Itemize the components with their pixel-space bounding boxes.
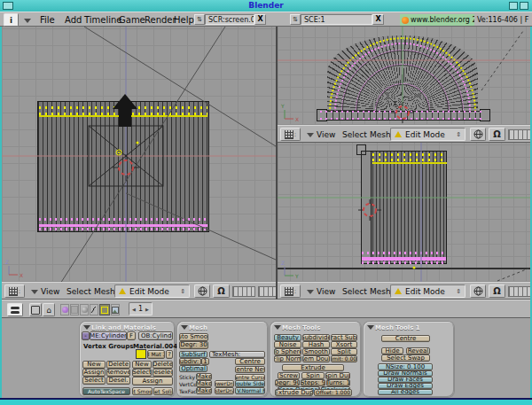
- home-button[interactable]: ⌂: [43, 303, 55, 316]
- set-solid-button[interactable]: Set Solid: [153, 387, 173, 395]
- shading-context-button[interactable]: [80, 304, 89, 315]
- fake-user-button[interactable]: F: [127, 331, 136, 340]
- menu-game[interactable]: Game: [119, 15, 145, 25]
- vgroup-deselect-button[interactable]: Desel.: [106, 377, 130, 385]
- flip-normals-button[interactable]: Flip Norm: [274, 355, 301, 362]
- rotation-pivot-button[interactable]: Ω: [489, 284, 505, 298]
- layer-buttons-group1[interactable]: [508, 286, 530, 297]
- hide-button[interactable]: Hide: [381, 347, 403, 354]
- mesh-menu[interactable]: Mesh: [370, 287, 391, 296]
- texface-make-button[interactable]: Make: [196, 387, 212, 394]
- chevron-down-icon[interactable]: [24, 19, 31, 23]
- material-assign-button[interactable]: Assign: [132, 377, 173, 386]
- limit-field[interactable]: Limit: 0.001: [331, 355, 357, 362]
- split-button[interactable]: Split: [331, 348, 357, 355]
- auto-smooth-toggle[interactable]: Auto Smooth: [179, 333, 208, 341]
- window-close-button[interactable]: [520, 2, 528, 10]
- window-menu-button[interactable]: [3, 2, 13, 10]
- material-select-button[interactable]: Select: [132, 369, 152, 377]
- screen-delete-button[interactable]: X: [254, 14, 266, 25]
- subsurf-toggle[interactable]: SubSurf: [179, 351, 207, 358]
- scene-delete-button[interactable]: X: [372, 14, 384, 25]
- mesh-menu[interactable]: Mesh: [94, 287, 115, 296]
- autotexspace-toggle[interactable]: AutoTexSpace: [82, 387, 130, 395]
- vgroup-select-button[interactable]: Select: [82, 377, 106, 385]
- mesh-name-field[interactable]: ME:Cylinder: [90, 331, 127, 340]
- rem-doubles-button[interactable]: Rem Doub: [302, 355, 330, 362]
- web-link-badge[interactable]: www.blender.org 231: [400, 14, 474, 26]
- panel-collapse-icon[interactable]: [274, 325, 281, 330]
- menu-file[interactable]: File: [40, 15, 55, 25]
- vertcol-make-button[interactable]: Make: [196, 380, 212, 387]
- blender-logo-button[interactable]: i: [4, 13, 19, 27]
- script-context-button[interactable]: [70, 304, 79, 315]
- material-index-field[interactable]: 3 Mat 3: [147, 350, 165, 359]
- mesh-browse-button[interactable]: -: [82, 331, 90, 340]
- beauty-toggle[interactable]: Beauty: [274, 334, 301, 341]
- vgroup-delete-button[interactable]: Delete: [106, 361, 130, 369]
- faster-draw-button[interactable]: FasterDraw: [215, 387, 234, 394]
- layer-buttons-group2[interactable]: [258, 286, 276, 297]
- material-new-button[interactable]: New: [132, 361, 152, 369]
- view-menu[interactable]: View: [317, 287, 335, 296]
- mesh-menu[interactable]: Mesh: [370, 130, 391, 139]
- material-color-swatch[interactable]: [136, 349, 146, 359]
- select-swap-button[interactable]: Select Swap: [381, 354, 430, 362]
- object-context-button[interactable]: [90, 304, 98, 315]
- select-menu[interactable]: Select: [66, 287, 91, 296]
- fract-subd-button[interactable]: Fract Subd: [331, 334, 357, 341]
- centre-button[interactable]: Centre: [381, 335, 430, 342]
- viewport-side[interactable]: Z Y: [278, 143, 530, 282]
- material-help-button[interactable]: ?: [166, 350, 173, 359]
- scene-context-button[interactable]: [111, 304, 120, 315]
- nsize-field[interactable]: NSize: 0.100: [378, 363, 433, 370]
- menu-add[interactable]: Add: [65, 15, 82, 25]
- vgroup-assign-button[interactable]: Assign: [82, 369, 106, 377]
- screen-selector[interactable]: SCR:screen.001: [205, 14, 254, 25]
- vgroup-new-button[interactable]: New: [82, 361, 106, 369]
- draw-edges-toggle[interactable]: Draw Edges: [378, 383, 433, 389]
- texmesh-field[interactable]: TexMesh:: [209, 351, 265, 358]
- double-sided-toggle[interactable]: Double Sided: [235, 380, 265, 387]
- menu-timeline[interactable]: Timeline: [84, 15, 122, 25]
- subdiv-field[interactable]: Subdiv: 1: [179, 358, 201, 365]
- mode-dropdown[interactable]: Edit Mode ⇕: [390, 128, 466, 141]
- panel-mesh-tools-1[interactable]: Mesh Tools 1 Centre Hide Reveal Select S…: [364, 322, 454, 397]
- viewport-type-button[interactable]: :: [4, 284, 25, 298]
- viewport-type-button[interactable]: :: [280, 284, 301, 298]
- window-depth-button[interactable]: [509, 2, 518, 10]
- centre-new-button[interactable]: Centre New: [235, 366, 265, 373]
- panel-collapse-icon[interactable]: [367, 325, 374, 330]
- draw-faces-toggle[interactable]: Draw Faces: [378, 377, 433, 383]
- editing-context-button[interactable]: [99, 304, 110, 315]
- logic-context-button[interactable]: [60, 304, 69, 315]
- sticky-make-button[interactable]: Make: [196, 373, 212, 380]
- panel-align-button[interactable]: [29, 303, 42, 316]
- header-collapse-icon[interactable]: [31, 290, 38, 294]
- panel-collapse-icon[interactable]: [83, 325, 90, 330]
- viewport-front[interactable]: Z X: [2, 27, 276, 282]
- reveal-button[interactable]: Reveal: [406, 347, 430, 354]
- material-deselect-button[interactable]: Deselect: [153, 369, 173, 377]
- view-menu[interactable]: View: [41, 287, 59, 296]
- hash-button[interactable]: Hash: [302, 341, 330, 348]
- rotation-pivot-button[interactable]: Ω: [489, 128, 505, 141]
- spin-degr-field[interactable]: Degr: 90: [275, 379, 300, 386]
- layer-buttons-group1[interactable]: [232, 286, 255, 297]
- scene-browse-button[interactable]: ⇅: [290, 14, 301, 25]
- panel-mesh[interactable]: Mesh Auto Smooth Degr: 30 SubSurf TexMes…: [177, 322, 268, 397]
- xsort-button[interactable]: Xsort: [331, 341, 357, 348]
- scene-selector[interactable]: SCE:1: [301, 14, 372, 25]
- subdivide-button[interactable]: Subdivide: [302, 334, 330, 341]
- set-smooth-button[interactable]: Set Smooth: [132, 387, 153, 395]
- all-edges-toggle[interactable]: All edges: [378, 389, 433, 395]
- degr-field[interactable]: Degr: 30: [179, 341, 208, 349]
- draw-type-button[interactable]: [470, 128, 486, 141]
- viewport-type-button[interactable]: :: [280, 128, 301, 141]
- material-delete-button[interactable]: Delete: [153, 361, 173, 369]
- mode-dropdown[interactable]: Edit Mode ⇕: [114, 284, 190, 298]
- slower-draw-button[interactable]: SlowerDraw: [215, 380, 234, 387]
- viewport-top[interactable]: Y X: [278, 27, 530, 125]
- spin-dup-button[interactable]: Spin Dup: [325, 372, 350, 379]
- panels-menu-button[interactable]: [7, 303, 23, 316]
